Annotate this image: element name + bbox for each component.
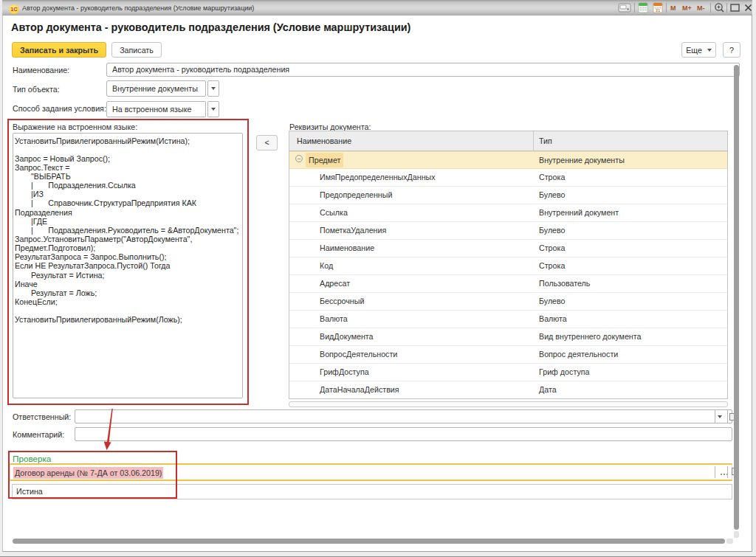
svg-text:31: 31: [656, 8, 661, 13]
